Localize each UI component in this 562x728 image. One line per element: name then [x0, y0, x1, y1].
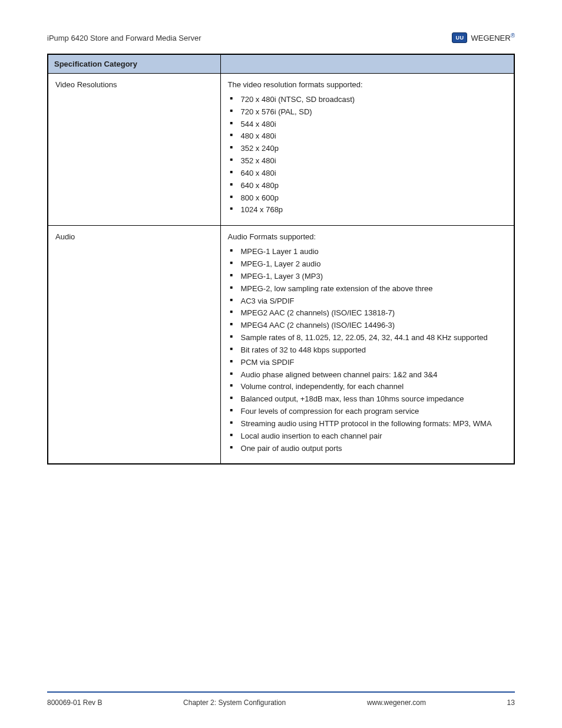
list-item: Volume control, independently, for each … — [230, 381, 507, 393]
list-item: Sample rates of 8, 11.025, 12, 22.05, 24… — [230, 332, 507, 344]
list-item: 1024 x 768p — [230, 205, 507, 216]
brand-text: WEGENER® — [471, 32, 515, 42]
col-header-category: Specification Category — [48, 54, 220, 74]
category-cell: Video Resolutions — [48, 74, 220, 226]
table-row: Video Resolutions The video resolution f… — [48, 74, 514, 226]
footer-page: 13 — [507, 699, 515, 707]
list-item: MPEG-1, Layer 2 audio — [230, 259, 507, 270]
doc-title: iPump 6420 Store and Forward Media Serve… — [47, 34, 201, 42]
brand-logo: UU WEGENER® — [452, 32, 515, 43]
list-item: MPEG-2, low sampling rate extension of t… — [230, 284, 507, 295]
col-header-details — [220, 54, 514, 74]
list-item: Streaming audio using HTTP protocol in t… — [230, 419, 507, 430]
list-item: PCM via SPDIF — [230, 357, 507, 368]
list-item: Bit rates of 32 to 448 kbps supported — [230, 345, 507, 356]
brand-badge-icon: UU — [452, 32, 467, 43]
list-item: 544 x 480i — [230, 119, 507, 130]
list-item: Balanced output, +18dB max, less than 10… — [230, 394, 507, 405]
footer-right: www.wegener.com — [367, 699, 426, 707]
category-cell: Audio — [48, 226, 220, 465]
details-cell: Audio Formats supported: MPEG-1 Layer 1 … — [220, 226, 514, 465]
list-item: 720 x 576i (PAL, SD) — [230, 107, 507, 118]
footer-rule — [47, 691, 515, 693]
list-item: 800 x 600p — [230, 193, 507, 204]
spec-table: Specification Category Video Resolutions… — [47, 54, 515, 465]
list-item: MPEG4 AAC (2 channels) (ISO/IEC 14496-3) — [230, 320, 507, 331]
list-item: 640 x 480i — [230, 168, 507, 179]
details-cell: The video resolution formats supported: … — [220, 74, 514, 226]
list-item: One pair of audio output ports — [230, 443, 507, 454]
list-item: 352 x 240p — [230, 143, 507, 154]
list-item: MPEG-1 Layer 1 audio — [230, 246, 507, 258]
cell-intro: The video resolution formats supported: — [228, 80, 507, 91]
list-item: Audio phase aligned between channel pair… — [230, 370, 507, 381]
list-item: MPEG-1, Layer 3 (MP3) — [230, 271, 507, 282]
bullet-list: 720 x 480i (NTSC, SD broadcast) 720 x 57… — [228, 94, 507, 216]
list-item: 720 x 480i (NTSC, SD broadcast) — [230, 94, 507, 106]
list-item: Local audio insertion to each channel pa… — [230, 431, 507, 442]
list-item: MPEG2 AAC (2 channels) (ISO/IEC 13818-7) — [230, 308, 507, 319]
list-item: Four levels of compression for each prog… — [230, 406, 507, 417]
list-item: 480 x 480i — [230, 131, 507, 142]
cell-intro: Audio Formats supported: — [228, 232, 507, 243]
table-row: Audio Audio Formats supported: MPEG-1 La… — [48, 226, 514, 465]
list-item: 352 x 480i — [230, 156, 507, 167]
bullet-list: MPEG-1 Layer 1 audio MPEG-1, Layer 2 aud… — [228, 246, 507, 454]
list-item: 640 x 480p — [230, 180, 507, 192]
list-item: AC3 via S/PDIF — [230, 296, 507, 307]
page-footer: 800069-01 Rev B Chapter 2: System Config… — [47, 699, 515, 707]
page-header: iPump 6420 Store and Forward Media Serve… — [47, 32, 515, 43]
footer-left: 800069-01 Rev B — [47, 699, 102, 707]
footer-center: Chapter 2: System Configuration — [183, 699, 286, 707]
